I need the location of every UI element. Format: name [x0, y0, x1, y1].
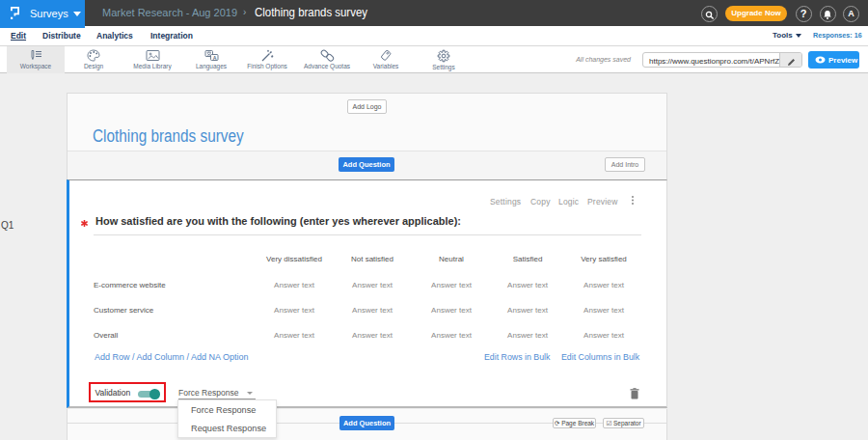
svg-text:A: A — [212, 55, 216, 61]
